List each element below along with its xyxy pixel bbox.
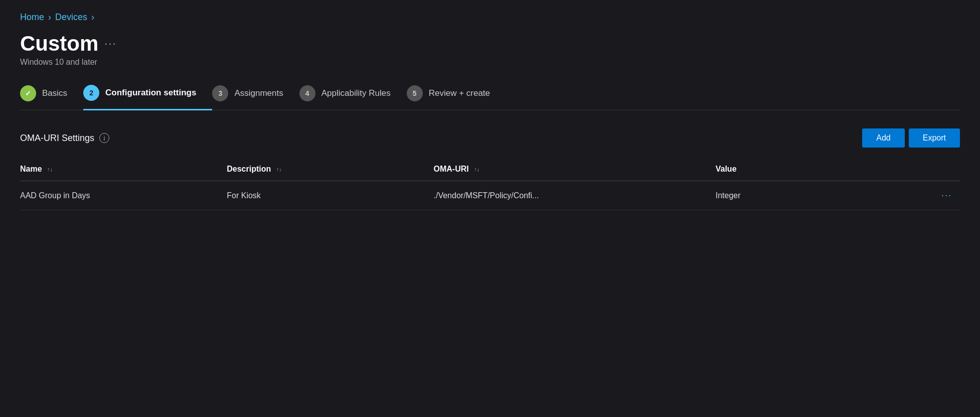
step-label-review: Review + create: [429, 88, 490, 98]
sort-icon-oma-uri[interactable]: ↑↓: [474, 167, 479, 172]
cell-description: For Kiosk: [227, 181, 433, 210]
step-badge-basics: ✓: [20, 85, 36, 101]
step-badge-assignments: 3: [212, 85, 228, 101]
wizard-step-configuration[interactable]: 2 Configuration settings: [83, 85, 212, 110]
breadcrumb-devices[interactable]: Devices: [55, 12, 87, 23]
section-title: OMA-URI Settings: [20, 133, 94, 144]
cell-name: AAD Group in Days: [20, 181, 227, 210]
wizard-step-assignments[interactable]: 3 Assignments: [212, 85, 299, 109]
cell-oma-uri: ./Vendor/MSFT/Policy/Confi...: [434, 181, 716, 210]
breadcrumb-sep-2: ›: [91, 12, 94, 23]
table-row: AAD Group in Days For Kiosk ./Vendor/MSF…: [20, 181, 960, 210]
sort-icon-description[interactable]: ↑↓: [276, 167, 282, 172]
row-more-options-button[interactable]: ···: [941, 190, 952, 200]
page-subtitle: Windows 10 and later: [20, 58, 960, 67]
wizard-step-basics[interactable]: ✓ Basics: [20, 85, 83, 109]
page-header: Custom ···: [20, 32, 960, 56]
oma-uri-table: Name ↑↓ Description ↑↓ OMA-URI ↑↓ Value …: [20, 160, 960, 210]
step-label-assignments: Assignments: [234, 88, 283, 98]
btn-group: Add Export: [862, 128, 960, 148]
col-header-value: Value: [716, 160, 904, 181]
step-label-basics: Basics: [42, 88, 67, 98]
checkmark-icon: ✓: [25, 89, 31, 97]
step-label-applicability: Applicability Rules: [321, 88, 391, 98]
breadcrumb: Home › Devices ›: [20, 12, 960, 23]
sort-icon-name[interactable]: ↑↓: [47, 167, 53, 172]
breadcrumb-sep-1: ›: [48, 12, 51, 23]
breadcrumb-home[interactable]: Home: [20, 12, 44, 23]
col-header-actions: [904, 160, 960, 181]
section-title-row: OMA-URI Settings i: [20, 133, 109, 144]
step-badge-configuration: 2: [83, 85, 99, 101]
wizard-step-review[interactable]: 5 Review + create: [407, 85, 506, 109]
page-title: Custom: [20, 32, 98, 56]
wizard-steps: ✓ Basics 2 Configuration settings 3 Assi…: [20, 85, 960, 110]
add-button[interactable]: Add: [862, 128, 904, 148]
cell-actions: ···: [904, 181, 960, 210]
table-header-row: Name ↑↓ Description ↑↓ OMA-URI ↑↓ Value: [20, 160, 960, 181]
step-label-configuration: Configuration settings: [105, 88, 196, 98]
step-badge-applicability: 4: [299, 85, 315, 101]
cell-value: Integer: [716, 181, 904, 210]
col-header-oma-uri: OMA-URI ↑↓: [434, 160, 716, 181]
info-icon[interactable]: i: [99, 133, 109, 143]
step-badge-review: 5: [407, 85, 423, 101]
section-header: OMA-URI Settings i Add Export: [20, 128, 960, 148]
wizard-step-applicability[interactable]: 4 Applicability Rules: [299, 85, 407, 109]
col-header-name: Name ↑↓: [20, 160, 227, 181]
col-header-description: Description ↑↓: [227, 160, 433, 181]
more-options-button[interactable]: ···: [104, 37, 116, 50]
export-button[interactable]: Export: [909, 128, 960, 148]
